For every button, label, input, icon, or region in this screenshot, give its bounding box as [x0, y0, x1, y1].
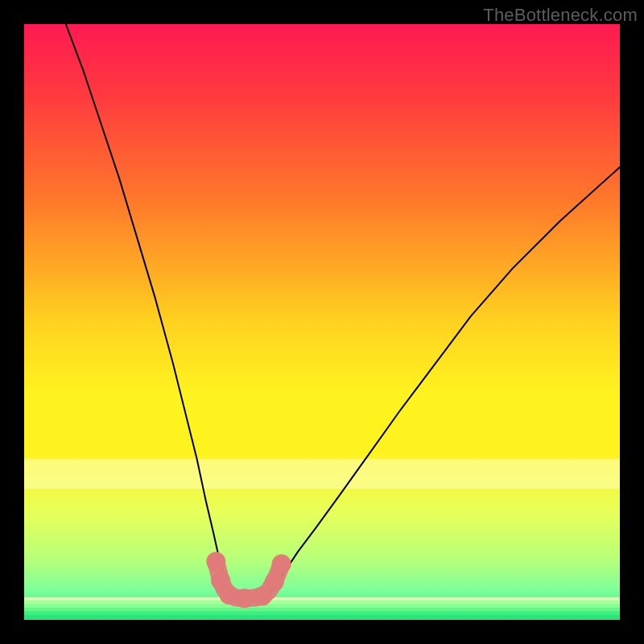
- svg-point-14: [272, 554, 291, 573]
- svg-rect-1: [24, 459, 620, 489]
- chart-svg: [24, 24, 620, 620]
- chart-frame: TheBottleneck.com: [0, 0, 644, 644]
- svg-rect-4: [24, 605, 620, 608]
- svg-point-13: [265, 572, 284, 592]
- svg-rect-0: [24, 24, 620, 620]
- svg-rect-2: [24, 597, 620, 601]
- svg-rect-5: [24, 608, 620, 611]
- svg-rect-3: [24, 601, 620, 604]
- svg-point-8: [206, 551, 225, 571]
- svg-point-11: [235, 588, 254, 608]
- svg-rect-6: [24, 612, 620, 615]
- watermark-text: TheBottleneck.com: [483, 5, 638, 26]
- plot-area: [24, 24, 620, 620]
- svg-rect-7: [24, 615, 620, 618]
